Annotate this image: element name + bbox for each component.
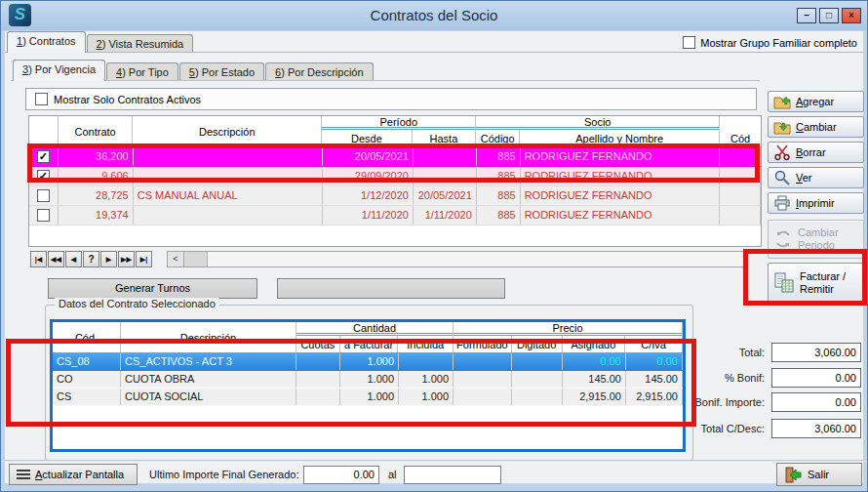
bonif-importe-field[interactable]: 0.00 xyxy=(771,392,861,412)
row-checkbox[interactable] xyxy=(37,209,50,222)
list-bars-icon xyxy=(17,470,30,480)
minimize-button[interactable]: – xyxy=(797,8,816,23)
borrar-button[interactable]: Borrar xyxy=(768,142,864,163)
detail-row-2[interactable]: CSCUOTA SOCIAL1.0001.0002,915.002,915.00 xyxy=(53,389,683,406)
nav-button-1[interactable]: ◀◀ xyxy=(48,251,64,267)
facturar-remitir-button[interactable]: Facturar / Remitir xyxy=(768,263,864,304)
cell-cod2 xyxy=(720,186,761,205)
tab-0[interactable]: 1) Contratos xyxy=(7,31,86,53)
total-label: Total: xyxy=(618,347,765,358)
cod-column-header: Cód. xyxy=(53,322,121,352)
main-tab-strip: 1) Contratos2) Vista Resumida xyxy=(7,31,194,53)
row-checkbox-cell: ✓ xyxy=(29,147,59,166)
tab-divider xyxy=(5,52,863,53)
bonif-pct-field[interactable]: 0.00 xyxy=(771,368,861,388)
al-field[interactable] xyxy=(404,466,501,484)
cambiar-periodo-button[interactable]: Cambiar Periodo xyxy=(768,220,864,259)
cell-hasta xyxy=(414,167,477,185)
desde-column-header: Desde xyxy=(322,130,412,146)
grupo-familiar-checkbox[interactable] xyxy=(683,36,695,49)
contract-row-3[interactable]: 19,3741/11/20201/11/2020885RODRIGUEZ FER… xyxy=(29,206,761,226)
total-cdesc-label: Total C/Desc: xyxy=(618,423,765,434)
nav-button-2[interactable]: ◀ xyxy=(65,251,82,267)
row-checkbox[interactable]: ✓ xyxy=(37,150,50,163)
cell-descripcion xyxy=(134,167,323,185)
cell-descripcion: CUOTA SOCIAL xyxy=(121,389,296,405)
nav-button-5[interactable]: ▶▶ xyxy=(118,251,135,267)
agregar-button[interactable]: Agregar xyxy=(768,91,864,112)
socio-group-header: Socio Código Apellido y Nombre xyxy=(476,116,720,146)
cell-digitado xyxy=(512,353,563,370)
nav-button-0[interactable]: |◀ xyxy=(30,251,47,267)
footer-divider xyxy=(1,460,867,462)
maximize-button[interactable]: □ xyxy=(819,8,839,23)
row-checkbox[interactable] xyxy=(37,189,50,202)
cambiar-periodo-label: Cambiar Periodo xyxy=(798,226,858,251)
contract-row-2[interactable]: 28,725CS MANUAL ANUAL1/12/202020/05/2021… xyxy=(29,186,761,206)
row-checkbox-cell xyxy=(29,206,59,225)
cell-codigo: 885 xyxy=(477,186,521,205)
digitado-column-header: Digitado xyxy=(512,336,563,352)
actualizar-pantalla-label: Actualizar Pantalla xyxy=(35,469,124,480)
cantidad-group-header: Cantidad Cuotas a Facturar Incluida xyxy=(296,322,454,352)
subtab-1[interactable]: 4) Por Tipo xyxy=(106,62,178,81)
window-controls: – □ × xyxy=(797,8,861,23)
cell-desde: 20/05/2021 xyxy=(323,147,414,166)
solo-activos-checkbox[interactable] xyxy=(35,93,48,105)
cell-asignado: 2,915.00 xyxy=(563,389,626,405)
blank-button[interactable] xyxy=(277,278,505,299)
contract-row-1[interactable]: ✓9,60629/09/2020885RODRIGUEZ FERNANDO xyxy=(29,167,761,186)
generar-turnos-button[interactable]: Generar Turnos xyxy=(48,278,257,299)
nav-button-6[interactable]: ▶| xyxy=(136,251,152,267)
magnifier-icon xyxy=(773,169,791,186)
grupo-familiar-checkbox-row: Mostrar Grupo Familiar completo xyxy=(683,36,857,49)
total-cdesc-field[interactable]: 3,060.00 xyxy=(771,419,861,438)
cell-asignado: 0.00 xyxy=(563,353,626,370)
subtab-2[interactable]: 5) Por Estado xyxy=(179,62,264,81)
cantidad-group-label: Cantidad xyxy=(296,322,453,336)
cell-incluida xyxy=(399,353,454,370)
salir-label: Salir xyxy=(808,469,829,480)
cambiar-label: Cambiar xyxy=(796,121,837,133)
horizontal-scrollbar[interactable]: < xyxy=(167,251,747,267)
row-checkbox[interactable]: ✓ xyxy=(37,170,50,183)
cambiar-button[interactable]: Cambiar xyxy=(768,116,864,138)
imprimir-button[interactable]: Imprimir xyxy=(768,192,864,214)
cell-apellido: RODRIGUEZ FERNANDO xyxy=(521,167,720,185)
actualizar-pantalla-button[interactable]: Actualizar Pantalla xyxy=(9,464,138,485)
tab-1[interactable]: 2) Vista Resumida xyxy=(87,34,194,53)
subtab-3[interactable]: 6) Por Descripción xyxy=(265,62,373,81)
incluida-column-header: Incluida xyxy=(398,336,453,352)
cell-hasta: 20/05/2021 xyxy=(414,186,477,205)
cell-a_facturar: 1.000 xyxy=(340,353,399,370)
detail-row-1[interactable]: COCUOTA OBRA1.0001.000145.00145.00 xyxy=(53,371,683,389)
cell-cuotas xyxy=(296,353,340,370)
total-field[interactable]: 3,060.00 xyxy=(771,343,861,362)
scrollbar-thumb[interactable] xyxy=(184,252,208,266)
salir-button[interactable]: Salir xyxy=(776,463,862,486)
al-label: al xyxy=(388,469,397,480)
detail-row-0[interactable]: CS_08CS_ACTIVOS - ACT 31.0000.000.00 xyxy=(53,353,683,371)
scroll-left-icon[interactable]: < xyxy=(168,252,184,266)
checkbox-column-header xyxy=(29,116,59,146)
ver-button[interactable]: Ver xyxy=(768,167,864,188)
cell-formulado xyxy=(454,371,512,388)
subtab-0[interactable]: 3) Por Vigencia xyxy=(13,60,105,81)
sub-tab-strip: 3) Por Vigencia4) Por Tipo5) Por Estado6… xyxy=(13,60,375,81)
nav-button-4[interactable]: ▶ xyxy=(100,251,117,267)
detail-descripcion-column-header: Descripción xyxy=(121,322,296,352)
cell-contrato: 28,725 xyxy=(59,186,134,205)
nav-button-3[interactable]: ? xyxy=(83,251,99,267)
cell-cuotas xyxy=(296,389,340,405)
detail-table: Cód. Descripción Cantidad Cuotas a Factu… xyxy=(50,319,686,452)
contract-row-0[interactable]: ✓36,20020/05/2021885RODRIGUEZ FERNANDO xyxy=(29,147,761,167)
contracts-table: Contrato Descripción Período Desde Hasta… xyxy=(28,115,762,247)
cell-asignado: 145.00 xyxy=(563,371,626,388)
cell-cod: CS xyxy=(53,389,121,405)
printer-icon xyxy=(773,194,791,212)
a-facturar-column-header: a Facturar xyxy=(340,336,399,352)
codigo-column-header: Código xyxy=(476,130,520,146)
cell-descripcion: CUOTA OBRA xyxy=(121,371,296,388)
close-button[interactable]: × xyxy=(842,8,861,23)
ultimo-importe-field[interactable]: 0.00 xyxy=(303,466,379,484)
